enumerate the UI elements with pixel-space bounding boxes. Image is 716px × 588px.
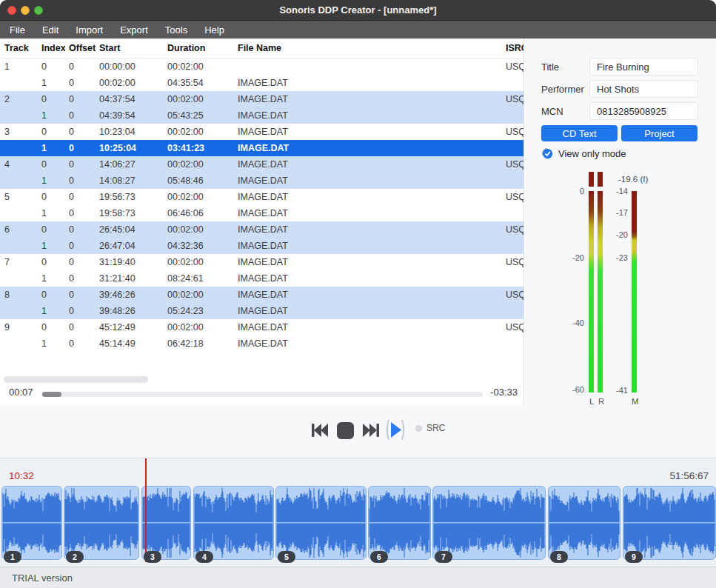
track-number-badge: 9	[625, 551, 643, 563]
waveform-track-9[interactable]	[623, 486, 716, 560]
table-row[interactable]: 50019:56:7300:02:00IMAGE.DATUSQ	[0, 189, 523, 205]
table-row[interactable]: 1010:25:0403:41:23IMAGE.DAT	[0, 140, 523, 156]
table-row[interactable]: 70031:19:4000:02:00IMAGE.DATUSQ	[0, 254, 523, 270]
cd-text-button[interactable]: CD Text	[541, 125, 618, 141]
menu-tools[interactable]: Tools	[164, 23, 188, 37]
col-start[interactable]: Start	[96, 43, 164, 53]
table-row[interactable]: 1019:58:7306:46:06IMAGE.DAT	[0, 205, 523, 221]
table-row[interactable]: 1045:14:4906:42:18IMAGE.DAT	[0, 335, 523, 352]
title-label: Title	[541, 61, 559, 73]
table-row[interactable]: 10000:00:0000:02:00USQ	[0, 59, 523, 75]
previous-track-button[interactable]	[310, 421, 329, 441]
table-row[interactable]: 80039:46:2600:02:00IMAGE.DATUSQ	[0, 287, 523, 303]
cell-offset: 0	[65, 273, 96, 284]
mcn-label: MCN	[541, 106, 563, 117]
menu-import[interactable]: Import	[75, 23, 104, 37]
cell-duration: 04:32:36	[164, 241, 235, 251]
waveform-track-6[interactable]	[368, 486, 431, 560]
cell-duration: 00:02:00	[164, 94, 235, 104]
table-row[interactable]: 1014:08:2705:48:46IMAGE.DAT	[0, 173, 523, 189]
cell-file: IMAGE.DAT	[235, 110, 500, 121]
waveform-track-3[interactable]	[141, 486, 191, 560]
cell-index: 1	[31, 338, 65, 349]
col-index[interactable]: Index	[31, 43, 65, 53]
cell-start: 04:37:54	[96, 94, 164, 104]
col-file-name[interactable]: File Name	[235, 43, 500, 53]
title-input[interactable]	[589, 58, 698, 76]
total-duration-label: 51:56:67	[669, 470, 709, 481]
track-number-badge: 7	[435, 551, 452, 563]
table-row[interactable]: 1031:21:4008:24:61IMAGE.DAT	[0, 270, 523, 287]
table-row[interactable]: 1039:48:2605:24:23IMAGE.DAT	[0, 303, 523, 319]
view-only-checkbox-icon[interactable]	[541, 147, 553, 159]
horizontal-scrollbar[interactable]	[4, 376, 148, 383]
cell-index: 1	[31, 78, 65, 88]
play-button[interactable]	[383, 418, 408, 444]
menu-help[interactable]: Help	[204, 23, 225, 37]
cell-duration: 08:24:61	[164, 273, 235, 284]
mcn-input[interactable]	[589, 102, 698, 120]
next-track-button[interactable]	[362, 421, 381, 441]
meter-scale-tick: -17	[603, 208, 628, 217]
cell-index: 0	[31, 224, 65, 235]
waveform-track-7[interactable]	[432, 486, 546, 560]
table-row[interactable]: 1000:02:0004:35:54IMAGE.DAT	[0, 75, 523, 91]
col-track[interactable]: Track	[0, 43, 31, 53]
table-row[interactable]: 40014:06:2700:02:00IMAGE.DATUSQ	[0, 156, 523, 173]
cell-start: 14:08:27	[96, 176, 164, 186]
performer-input[interactable]	[589, 80, 698, 98]
project-button[interactable]: Project	[621, 125, 697, 141]
seek-thumb[interactable]	[42, 392, 61, 397]
cell-start: 45:14:49	[96, 338, 164, 349]
table-row[interactable]: 1004:39:5405:43:25IMAGE.DAT	[0, 107, 523, 124]
menu-export[interactable]: Export	[119, 23, 149, 37]
skip-back-icon	[310, 430, 329, 441]
cell-offset: 0	[65, 192, 96, 202]
cell-start: 39:46:26	[96, 290, 164, 300]
cell-offset: 0	[65, 224, 96, 235]
waveform-track-4[interactable]	[193, 486, 274, 560]
cell-start: 04:39:54	[96, 110, 164, 121]
menu-file[interactable]: File	[9, 23, 26, 37]
seek-slider[interactable]	[42, 392, 483, 397]
track-table: Track Index Offset Start Duration File N…	[0, 39, 524, 405]
cell-index: 0	[31, 192, 65, 202]
cell-file: IMAGE.DAT	[235, 322, 500, 333]
cell-start: 26:45:04	[96, 224, 164, 235]
cell-offset: 0	[65, 322, 96, 333]
cell-file: IMAGE.DAT	[235, 159, 500, 170]
cell-start: 00:02:00	[96, 78, 164, 88]
table-row[interactable]: 1026:47:0404:32:36IMAGE.DAT	[0, 238, 523, 254]
cell-track: 3	[0, 127, 31, 137]
waveform-track-2[interactable]	[64, 486, 139, 560]
table-row[interactable]: 30010:23:0400:02:00IMAGE.DATUSQ	[0, 124, 523, 140]
cell-isrc: USQ	[500, 94, 523, 104]
cell-file: IMAGE.DAT	[235, 257, 500, 267]
col-duration[interactable]: Duration	[164, 43, 235, 53]
cell-file: IMAGE.DAT	[235, 94, 500, 104]
cell-track: 9	[0, 322, 31, 333]
cell-file: IMAGE.DAT	[235, 143, 500, 153]
table-row[interactable]: 20004:37:5400:02:00IMAGE.DATUSQ	[0, 91, 523, 107]
cell-duration: 05:43:25	[164, 110, 235, 121]
src-indicator-icon[interactable]	[415, 425, 422, 432]
window-title: Sonoris DDP Creator - [unnamed*]	[0, 4, 716, 16]
waveform-track-1[interactable]	[1, 486, 62, 560]
cell-start: 26:47:04	[96, 241, 164, 251]
cell-file: IMAGE.DAT	[235, 306, 500, 316]
stop-button[interactable]	[337, 422, 354, 439]
cell-file: IMAGE.DAT	[235, 338, 500, 349]
waveform-track-5[interactable]	[275, 486, 367, 560]
level-meter-right	[598, 191, 603, 392]
col-isrc[interactable]: ISRC	[500, 43, 523, 53]
cell-track: 4	[0, 159, 31, 170]
waveform-track-8[interactable]	[548, 486, 620, 560]
col-offset[interactable]: Offset	[65, 43, 96, 53]
menu-edit[interactable]: Edit	[41, 23, 59, 37]
cell-duration: 06:42:18	[164, 338, 235, 349]
table-row[interactable]: 60026:45:0400:02:00IMAGE.DATUSQ	[0, 221, 523, 238]
table-row[interactable]: 90045:12:4900:02:00IMAGE.DATUSQ	[0, 319, 523, 335]
track-number-badge: 3	[144, 551, 161, 563]
track-number-badge: 8	[550, 551, 568, 563]
track-number-badge: 1	[4, 551, 21, 563]
